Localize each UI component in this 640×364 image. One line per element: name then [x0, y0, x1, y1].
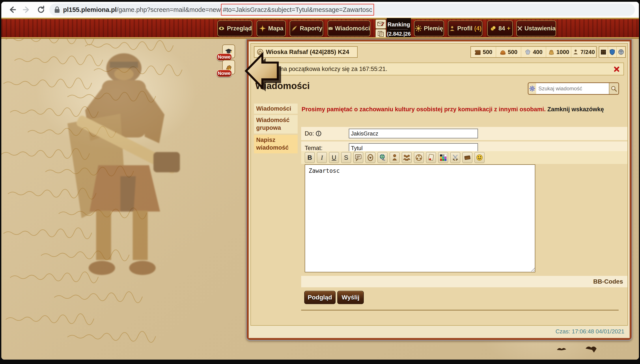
url-path: /game.php?screen=mail&mode=new: [117, 6, 221, 13]
preview-button[interactable]: Podgląd: [304, 291, 336, 304]
browser-window: pl155.plemiona.pl/game.php?screen=mail&m…: [1, 2, 639, 360]
emoji-button[interactable]: [474, 152, 485, 163]
village-icon: [257, 48, 264, 56]
tools-icon: [517, 25, 523, 32]
person-icon: [449, 25, 455, 32]
url-domain: pl155.plemiona.pl: [63, 6, 117, 13]
color-grid-icon: [439, 154, 447, 161]
players-button[interactable]: [402, 152, 412, 163]
recipient-label: Do:: [305, 130, 314, 137]
compose-area: Prosimy pamiętać o zachowaniu kultury os…: [301, 44, 627, 325]
nav-messages-button[interactable]: Wiadomości: [328, 20, 370, 36]
reports-papers-icon: [377, 31, 384, 37]
tribe-button[interactable]: [414, 152, 424, 163]
nav-profile-button[interactable]: Profil (4): [448, 20, 482, 36]
eye-icon: [218, 25, 225, 32]
nav-settings-label: Ustawienia: [524, 25, 555, 32]
menu-item-compose[interactable]: Napisz wiadomość: [254, 135, 298, 153]
report-button[interactable]: [426, 152, 436, 163]
nav-map-button[interactable]: Mapa: [257, 20, 286, 36]
wood-block-icon: [463, 154, 471, 162]
editor-toolbar: B I U S: [301, 151, 627, 164]
nav-overview-button[interactable]: Przegląd: [217, 20, 252, 36]
nav-premium-button[interactable]: 84 +: [487, 20, 513, 36]
menu-item-group-message[interactable]: Wiadomość grupowa: [254, 115, 298, 134]
panel-content: Wioska Rafsaf (424|285) K24 500 500: [250, 43, 628, 326]
nav-overview-label: Przegląd: [227, 25, 252, 32]
game-navbar: Przegląd Mapa Raporty Wiadomości Rank: [1, 18, 639, 39]
quote-icon: [354, 154, 362, 162]
building-button[interactable]: [462, 152, 472, 163]
quote-button[interactable]: [353, 152, 363, 163]
player-icon: [391, 154, 398, 162]
italic-button[interactable]: I: [317, 152, 327, 163]
ranking-divider: [390, 29, 408, 30]
nav-profile-count: (4): [474, 25, 481, 32]
nav-premium-plus: +: [507, 25, 510, 32]
bird-icon: [548, 344, 614, 357]
smiley-icon: [475, 154, 483, 162]
player-button[interactable]: [390, 152, 400, 163]
nav-premium-value: 84: [498, 25, 505, 32]
compose-icon: [377, 21, 384, 27]
url-button[interactable]: [377, 152, 388, 163]
crossed-swords-icon: [451, 154, 459, 162]
village-link-icon: [366, 154, 374, 162]
etiquette-warning: Prosimy pamiętać o zachowaniu kultury os…: [302, 106, 618, 113]
strike-button[interactable]: S: [341, 152, 351, 163]
server-time: Czas: 17:06:48 04/01/2021: [250, 326, 628, 336]
report-scroll-icon: [427, 154, 435, 162]
url-globe-icon: [379, 154, 386, 162]
underline-button[interactable]: U: [329, 152, 339, 163]
close-hint-link[interactable]: Zamknij wskazówkę: [547, 106, 604, 112]
bbcodes-link[interactable]: BB-Codes: [593, 278, 623, 285]
nav-tribe-label: Plemię: [424, 25, 443, 32]
nav-tribe-button[interactable]: Plemię: [414, 20, 444, 36]
menu-item-messages[interactable]: Wiadomości: [254, 104, 298, 114]
game-panel: Wioska Rafsaf (424|285) K24 500 500: [246, 39, 632, 341]
nav-messages-label: Wiadomości: [335, 25, 370, 32]
recipient-label-cell: Do:: [301, 130, 349, 137]
sun-gear-icon: [415, 25, 422, 32]
url-bar[interactable]: pl155.plemiona.pl/game.php?screen=mail&m…: [49, 4, 635, 16]
nav-map-label: Mapa: [268, 25, 283, 32]
players-icon: [403, 154, 411, 162]
bbcodes-row: BB-Codes: [301, 276, 627, 287]
envelope-icon: [328, 25, 333, 32]
compose-mail-mini-button[interactable]: [375, 19, 386, 29]
send-button[interactable]: Wyślij: [337, 291, 364, 304]
quest-tab-tutorial-badge: Nowe: [217, 53, 232, 61]
game-viewport: Przegląd Mapa Raporty Wiadomości Rank: [1, 18, 639, 360]
etiquette-warning-text: Prosimy pamiętać o zachowaniu kultury os…: [302, 106, 547, 112]
ranking-widget[interactable]: Ranking (2.842.|26 P): [387, 18, 411, 38]
url-fragment-highlight: #to=JakisGracz&subject=Tytul&message=Zaw…: [221, 4, 374, 16]
village-link-button[interactable]: [365, 152, 375, 163]
nav-reports-label: Raporty: [300, 25, 322, 32]
knight-artwork: [54, 48, 195, 286]
nav-settings-button[interactable]: Ustawienia: [516, 20, 556, 36]
message-body-textarea[interactable]: Zawartosc: [305, 164, 535, 272]
recipient-row: Do:: [301, 127, 627, 140]
unit-button[interactable]: [450, 152, 460, 163]
back-icon[interactable]: [8, 5, 17, 14]
quill-icon: [291, 25, 298, 32]
panel-frame: Wioska Rafsaf (424|285) K24 500 500: [249, 42, 630, 338]
compass-star-icon: [259, 25, 266, 32]
quest-tab-rewards-badge: Nowe: [217, 70, 232, 77]
reports-mini-button[interactable]: [375, 29, 386, 38]
reload-icon[interactable]: [36, 5, 46, 14]
subject-label: Temat:: [305, 145, 323, 152]
url-text: pl155.plemiona.pl/game.php?screen=mail&m…: [63, 6, 374, 14]
coins-icon: [490, 25, 497, 32]
lock-icon: [54, 6, 60, 13]
nav-reports-button[interactable]: Raporty: [290, 20, 323, 36]
tribe-ring-icon: [415, 154, 423, 162]
parchment-script-decoration: [1, 35, 246, 357]
recipient-input[interactable]: [349, 129, 478, 138]
ranking-title: Ranking: [387, 21, 411, 28]
bold-button[interactable]: B: [305, 152, 315, 163]
color-button[interactable]: [438, 152, 448, 163]
info-icon[interactable]: [316, 131, 321, 136]
browser-toolbar: pl155.plemiona.pl/game.php?screen=mail&m…: [1, 2, 639, 18]
forward-icon[interactable]: [22, 5, 31, 14]
